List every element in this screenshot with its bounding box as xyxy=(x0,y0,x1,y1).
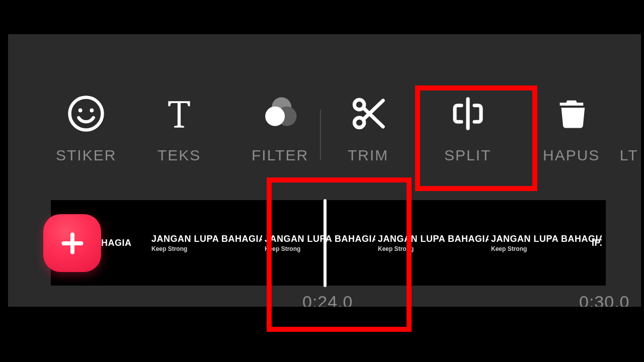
clip[interactable]: JANGAN LUPA BAHAGIA Keep Strong xyxy=(265,200,375,286)
app-canvas: STIKER TEKS FILTER TRIM SPLIT xyxy=(0,0,644,362)
trash-icon xyxy=(551,94,592,134)
svg-point-2 xyxy=(90,109,94,113)
timeline-track[interactable]: HAGIA JANGAN LUPA BAHAGIA Keep Strong JA… xyxy=(51,200,606,286)
clip[interactable]: JANGAN LUPA BAHAGIA Keep Strong xyxy=(491,200,602,286)
filter-label: FILTER xyxy=(252,147,308,164)
svg-point-5 xyxy=(265,107,285,126)
stiker-label: STIKER xyxy=(56,147,116,164)
blank-icon xyxy=(617,94,641,134)
toolbar-separator xyxy=(320,110,321,160)
lt-e-button[interactable]: LT E xyxy=(617,94,641,164)
clip-fragment[interactable]: HAGIA xyxy=(101,200,136,286)
svg-point-1 xyxy=(78,109,83,113)
hapus-label: HAPUS xyxy=(543,147,600,164)
filter-icon xyxy=(260,94,300,134)
clip[interactable]: JANGAN LUPA BAHAGIA Keep Strong xyxy=(151,200,262,286)
plus-icon xyxy=(57,228,88,258)
stiker-button[interactable]: STIKER xyxy=(56,94,116,164)
split-icon xyxy=(448,94,488,134)
clip[interactable]: JANGAN LUPA BAHAGIA Keep Strong xyxy=(378,200,489,286)
clip-fragment[interactable]: IP. xyxy=(592,200,607,286)
add-media-button[interactable] xyxy=(43,214,101,272)
split-button[interactable]: SPLIT xyxy=(444,94,491,164)
lt-e-label: LT E xyxy=(620,147,641,164)
teks-label: TEKS xyxy=(157,147,201,164)
time-end: 0:30.0 xyxy=(579,292,630,307)
time-current: 0:24.0 xyxy=(302,292,353,307)
timeline-playhead[interactable] xyxy=(324,199,327,287)
split-label: SPLIT xyxy=(444,147,491,164)
smiley-icon xyxy=(66,94,106,134)
hapus-button[interactable]: HAPUS xyxy=(543,94,600,164)
trim-button[interactable]: TRIM xyxy=(348,94,388,164)
trim-label: TRIM xyxy=(348,147,388,164)
filter-button[interactable]: FILTER xyxy=(252,94,308,164)
teks-button[interactable]: TEKS xyxy=(157,94,201,164)
editor-panel: STIKER TEKS FILTER TRIM SPLIT xyxy=(8,34,641,307)
svg-point-0 xyxy=(70,98,103,130)
text-icon xyxy=(159,94,199,134)
scissors-icon xyxy=(348,94,388,134)
